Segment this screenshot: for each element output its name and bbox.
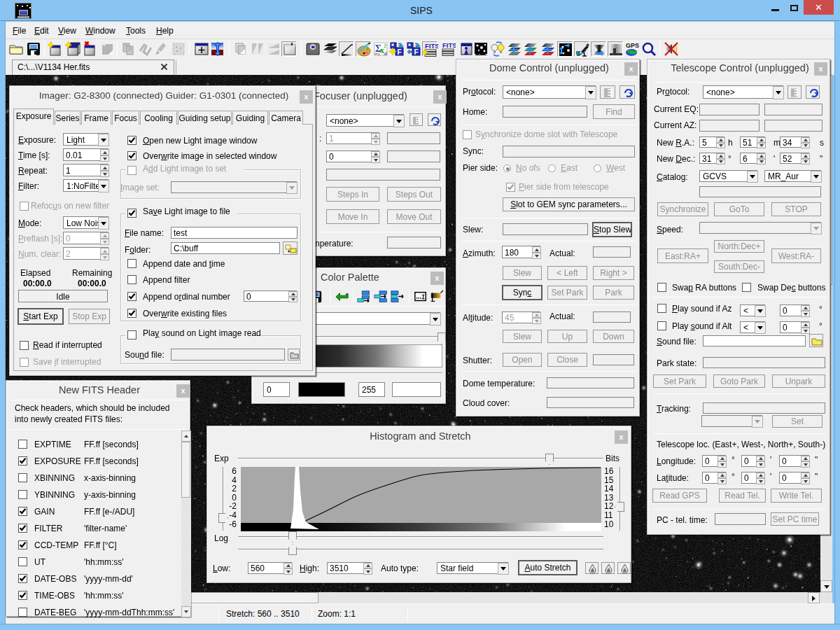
svg-text:F: F (398, 48, 402, 56)
svg-text:FITS: FITS (425, 42, 438, 50)
svg-text:i=1: i=1 (374, 52, 381, 56)
svg-text:F: F (414, 48, 419, 56)
svg-text:FITS: FITS (442, 41, 456, 49)
svg-text:GPS: GPS (626, 42, 639, 49)
svg-text:2: 2 (384, 43, 386, 48)
